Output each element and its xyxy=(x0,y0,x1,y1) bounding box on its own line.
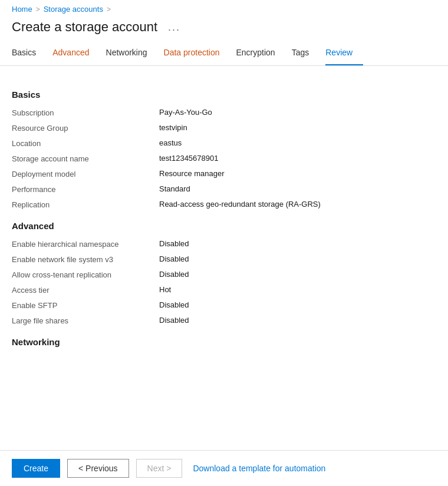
field-label-access-tier: Access tier xyxy=(12,285,159,295)
field-label-performance: Performance xyxy=(12,184,159,194)
tab-tags[interactable]: Tags xyxy=(292,43,320,65)
field-value-cross-tenant: Disabled xyxy=(159,270,436,279)
breadcrumb-storage[interactable]: Storage accounts xyxy=(44,5,103,14)
field-label-cross-tenant: Allow cross-tenant replication xyxy=(12,270,159,279)
basics-section-title: Basics xyxy=(12,90,436,100)
field-label-resource-group: Resource Group xyxy=(12,123,159,133)
field-value-deployment-model: Resource manager xyxy=(159,169,436,178)
field-label-storage-account-name: Storage account name xyxy=(12,154,159,163)
breadcrumb-home[interactable]: Home xyxy=(12,5,32,14)
field-value-location: eastus xyxy=(159,138,436,148)
tab-nav: Basics Advanced Networking Data protecti… xyxy=(12,43,436,65)
field-value-large-file-shares: Disabled xyxy=(159,316,436,325)
tab-advanced[interactable]: Advanced xyxy=(52,43,100,65)
field-label-large-file-shares: Large file shares xyxy=(12,316,159,325)
main-content: Basics Subscription Pay-As-You-Go Resour… xyxy=(0,66,448,414)
field-value-subscription: Pay-As-You-Go xyxy=(159,108,436,117)
field-label-sftp: Enable SFTP xyxy=(12,300,159,310)
download-template-link[interactable]: Download a template for automation xyxy=(193,464,325,473)
tab-encryption[interactable]: Encryption xyxy=(236,43,286,65)
field-value-storage-account-name: test12345678901 xyxy=(159,154,436,163)
create-button[interactable]: Create xyxy=(12,459,60,478)
breadcrumb: Home > Storage accounts > xyxy=(12,5,436,14)
field-label-subscription: Subscription xyxy=(12,108,159,117)
breadcrumb-sep-1: > xyxy=(36,5,40,14)
field-value-resource-group: testvipin xyxy=(159,123,436,133)
advanced-section-title: Advanced xyxy=(12,221,436,231)
field-label-location: Location xyxy=(12,138,159,148)
field-value-hierarchical-ns: Disabled xyxy=(159,239,436,249)
tab-data-protection[interactable]: Data protection xyxy=(164,43,230,65)
field-label-nfs-v3: Enable network file system v3 xyxy=(12,254,159,264)
tab-review[interactable]: Review xyxy=(325,43,363,65)
networking-section-title: Networking xyxy=(12,337,436,347)
footer-bar: Create < Previous Next > Download a temp… xyxy=(0,450,448,486)
field-value-replication: Read-access geo-redundant storage (RA-GR… xyxy=(159,200,436,209)
field-label-hierarchical-ns: Enable hierarchical namespace xyxy=(12,239,159,249)
field-value-access-tier: Hot xyxy=(159,285,436,295)
basics-field-grid: Subscription Pay-As-You-Go Resource Grou… xyxy=(12,108,436,209)
ellipsis-button[interactable]: ... xyxy=(164,20,184,35)
field-value-performance: Standard xyxy=(159,184,436,194)
tab-networking[interactable]: Networking xyxy=(106,43,158,65)
field-value-sftp: Disabled xyxy=(159,300,436,310)
tab-basics[interactable]: Basics xyxy=(12,43,47,65)
advanced-field-grid: Enable hierarchical namespace Disabled E… xyxy=(12,239,436,325)
field-label-replication: Replication xyxy=(12,200,159,209)
next-button: Next > xyxy=(136,459,183,478)
previous-button[interactable]: < Previous xyxy=(67,459,129,478)
breadcrumb-sep-2: > xyxy=(107,5,111,14)
page-title: Create a storage account xyxy=(12,19,157,35)
field-value-nfs-v3: Disabled xyxy=(159,254,436,264)
field-label-deployment-model: Deployment model xyxy=(12,169,159,178)
